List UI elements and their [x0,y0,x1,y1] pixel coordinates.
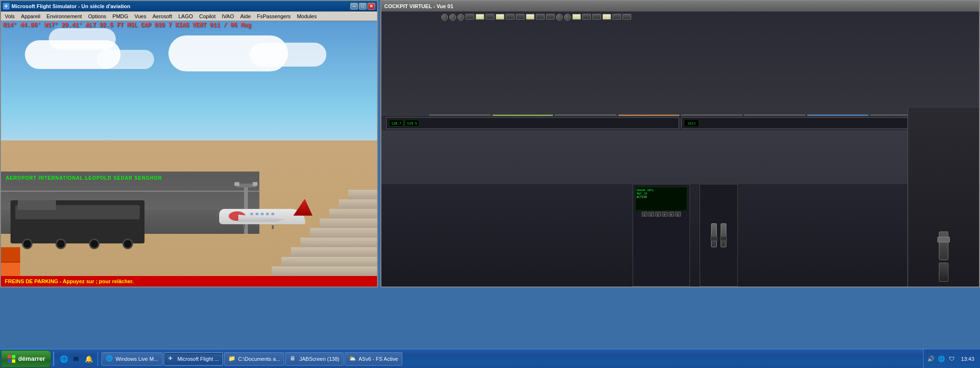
overhead-btn[interactable] [536,14,545,20]
taskbar: démarrer 🌐 ✉ 🔔 🌐 Windows Live M... ✈ Mic… [0,349,980,368]
overhead-btn[interactable] [506,14,514,20]
overhead-knob[interactable] [449,14,456,21]
concrete-steps [272,190,377,276]
speedbrake-lever[interactable] [939,263,948,282]
cloud-5 [97,50,154,69]
jabscreen-icon: 🖥 [290,355,297,363]
taskbar-item-windows-live[interactable]: 🌐 Windows Live M... [101,352,162,366]
close-button[interactable]: ✕ [368,3,375,10]
cockpit-viewport[interactable]: SPD 250 A/T N1 SPD HDG 172 LNAV VNAV ALT… [381,12,979,287]
taskbar-separator [53,352,54,366]
vehicle-wheels [11,239,145,249]
svg-rect-2 [8,359,11,363]
overhead-btn-lit[interactable] [496,14,504,20]
weather-icon: ⛅ [349,355,356,363]
svg-rect-1 [12,355,15,358]
start-label: démarrer [18,355,45,362]
fsx-menubar: Vols Appareil Environnement Options PMDG… [1,12,377,21]
menu-appareil[interactable]: Appareil [18,13,43,20]
tray-network-icon[interactable]: 🌐 [937,355,946,363]
overhead-btn-lit[interactable] [476,14,484,20]
maximize-button[interactable]: □ [359,3,367,10]
windows-live-label: Windows Live M... [115,356,158,362]
start-button[interactable]: démarrer [1,350,51,368]
cloud-3 [49,28,116,50]
overhead-knob[interactable] [441,14,448,21]
asv6-label: ASv6 - FS Active [358,356,398,362]
overhead-btn[interactable] [546,14,555,20]
cockpit-window: COCKPIT VIRTUEL - Vue 01 [380,0,980,288]
menu-ivao[interactable]: IVAO [219,13,237,20]
overhead-btn-lit[interactable] [572,14,581,20]
fsx-titlebar: ✈ Microsoft Flight Simulator - Un siècle… [1,1,377,12]
overhead-btn[interactable] [466,14,474,20]
folder-icon: 📁 [228,355,236,363]
overhead-btn[interactable] [486,14,494,20]
svg-rect-0 [8,355,11,358]
fsx-viewport[interactable]: AEROPORT INTERNATIONAL LEOPOLD SEDAR SEN… [1,21,377,287]
quick-launch-bar: 🌐 ✉ 🔔 [56,353,96,365]
overhead-btn-lit[interactable] [526,14,535,20]
menu-options[interactable]: Options [85,13,109,20]
system-tray: 🔊 🌐 🛡 13:43 [923,349,980,368]
windows-live-icon: 🌐 [106,355,113,363]
airport-sign: AEROPORT INTERNATIONAL LEOPOLD SEDAR SEN… [6,175,162,181]
menu-copilot[interactable]: Copilot [196,13,218,20]
system-clock[interactable]: 13:43 [958,355,977,363]
overhead-btn[interactable] [623,14,631,20]
overhead-btn[interactable] [612,14,621,20]
overhead-btn-lit[interactable] [602,14,611,20]
ql-browser-icon[interactable]: 🌐 [58,353,69,365]
taskbar-item-asv6[interactable]: ⛅ ASv6 - FS Active [345,352,402,366]
fsx-icon: ✈ [168,355,176,363]
menu-environnement[interactable]: Environnement [44,13,85,20]
fsx-window: ✈ Microsoft Flight Simulator - Un siècle… [0,0,378,288]
taskbar-item-documents[interactable]: 📁 C:\Documents a... [224,352,284,366]
ql-email-icon[interactable]: ✉ [70,353,82,365]
jabscreen-label: JABScreen (138) [299,356,339,362]
fsx-window-title: Microsoft Flight Simulator - Un siècle d… [11,3,130,9]
taskbar-item-fsx[interactable]: ✈ Microsoft Flight ... [164,352,223,366]
menu-aerosoft[interactable]: Aerosoft [150,13,175,20]
ql-notification-icon[interactable]: 🔔 [83,353,94,365]
overhead-btn[interactable] [516,14,524,20]
throttle-quadrant [907,108,979,287]
overhead-knob[interactable] [457,14,464,21]
menu-fspassengers[interactable]: FsPassengers [254,13,293,20]
ground-vehicle [11,200,145,243]
separator [98,352,98,366]
fsx-hud: N14° 44.66' W17° 29.41' ALT 92.5 FT MSL … [3,22,251,29]
taskbar-item-jabscreen[interactable]: 🖥 JABScreen (138) [285,352,344,366]
cockpit-titlebar: COCKPIT VIRTUEL - Vue 01 [381,1,979,12]
svg-rect-3 [12,359,15,363]
menu-modules[interactable]: Modules [294,13,320,20]
cargo-boxes [1,247,20,276]
lower-instrument-panel: 128.7 119.5 1013 DAKAR INTL RWY 20 ACTI [381,116,979,287]
taskbar-items: 🌐 Windows Live M... ✈ Microsoft Flight .… [100,352,923,366]
fsx-status-bar: FREINS DE PARKING - Appuyez sur ; pour r… [1,276,377,287]
menu-lago[interactable]: LAGO [176,13,196,20]
overhead-knob[interactable] [564,14,571,21]
overhead-panel [381,12,979,122]
cockpit-window-title: COCKPIT VIRTUEL - Vue 01 [384,3,453,9]
fsx-status-text: FREINS DE PARKING - Appuyez sur ; pour r… [5,278,134,284]
tray-security-icon[interactable]: 🛡 [947,355,956,363]
menu-vols[interactable]: Vols [2,13,18,20]
windows-logo-icon [7,355,16,363]
menu-aide[interactable]: Aide [237,13,254,20]
tray-volume-icon[interactable]: 🔊 [926,355,935,363]
flap-handle[interactable] [939,231,948,260]
minimize-button[interactable]: − [350,3,358,10]
fsx-label: Microsoft Flight ... [178,356,219,362]
fsx-app-icon: ✈ [3,3,10,10]
cloud-4 [250,43,326,67]
overhead-knob[interactable] [556,14,563,21]
fsx-window-controls: − □ ✕ [350,3,375,10]
documents-label: C:\Documents a... [238,356,280,362]
menu-vues[interactable]: Vues [132,13,149,20]
overhead-btn[interactable] [582,14,591,20]
overhead-btn[interactable] [592,14,601,20]
desktop: ✈ Microsoft Flight Simulator - Un siècle… [0,0,980,368]
menu-pmdg[interactable]: PMDG [110,13,131,20]
